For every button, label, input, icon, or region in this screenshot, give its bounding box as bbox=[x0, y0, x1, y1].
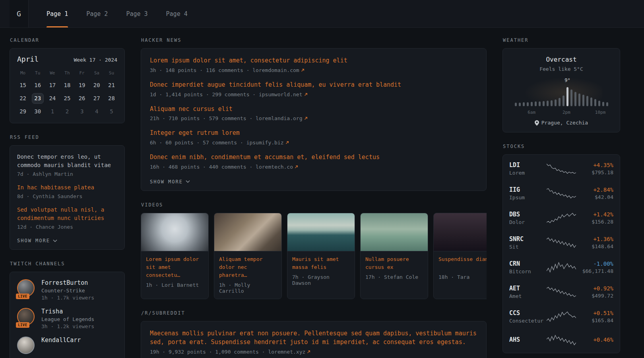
hn-item-link[interactable]: Donec enim nibh, condimentum et accumsan… bbox=[150, 153, 477, 162]
stock-change: +1.42% bbox=[576, 211, 613, 218]
external-link-icon[interactable] bbox=[285, 141, 289, 144]
calendar-week-year: Week 17 · 2024 bbox=[74, 57, 117, 63]
stock-row[interactable]: SNRC Sit +1.36% $148.64 bbox=[509, 230, 613, 255]
calendar-dow: Sa bbox=[89, 68, 104, 78]
stock-change: +0.51% bbox=[576, 310, 613, 316]
video-meta: 7h · Grayson Dawson bbox=[292, 274, 350, 286]
external-link-icon[interactable] bbox=[304, 117, 308, 120]
rss-item-link[interactable]: Sed volutpat nulla nisl, a condimentum n… bbox=[17, 206, 117, 222]
hn-item-link[interactable]: Integer eget rutrum lorem bbox=[150, 129, 477, 138]
video-title-link[interactable]: Suspendisse diam bbox=[438, 255, 487, 271]
stock-name: Amet bbox=[509, 293, 547, 299]
stock-sparkline bbox=[547, 311, 576, 323]
stock-price: $42.04 bbox=[576, 194, 613, 200]
calendar-day: 27 bbox=[89, 93, 104, 104]
twitch-widget: TWITCH CHANNELS LIVE ForrestBurton Count… bbox=[10, 261, 125, 358]
calendar-day: 20 bbox=[89, 80, 104, 91]
hn-item-link[interactable]: Lorem ipsum dolor sit amet, consectetur … bbox=[150, 56, 477, 65]
stock-row[interactable]: AHS +0.46% bbox=[509, 329, 613, 351]
hn-show-more-button[interactable]: SHOW MORE bbox=[150, 179, 190, 185]
hackernews-widget-title: HACKER NEWS bbox=[141, 37, 487, 43]
rss-show-more-button[interactable]: SHOW MORE bbox=[17, 238, 57, 243]
stock-id: CRN Bitcorn bbox=[509, 260, 547, 274]
video-card[interactable]: Nullam posuere cursus ex 17h · Stefan Co… bbox=[360, 213, 428, 299]
live-badge: LIVE bbox=[16, 322, 29, 328]
tab-page-4[interactable]: Page 4 bbox=[157, 0, 197, 27]
stock-values: +2.84% $42.04 bbox=[576, 187, 613, 200]
external-link-icon[interactable] bbox=[301, 68, 305, 72]
hn-item-link[interactable]: Aliquam nec cursus elit bbox=[150, 105, 477, 114]
twitch-card: LIVE ForrestBurton Counter-Strike 1h · 1… bbox=[10, 272, 125, 358]
stock-row[interactable]: IIG Ipsum +2.84% $42.04 bbox=[509, 181, 613, 206]
twitch-channel-row[interactable]: KendallCarr bbox=[17, 337, 117, 355]
stock-sparkline bbox=[547, 334, 576, 346]
video-thumbnail[interactable] bbox=[434, 213, 487, 251]
calendar-day-next-month: 1 bbox=[45, 106, 60, 117]
video-card[interactable]: Suspendisse diam 18h · Tara bbox=[433, 213, 487, 299]
external-link-icon[interactable] bbox=[307, 350, 310, 354]
location-pin-icon bbox=[535, 120, 539, 126]
calendar-day: 24 bbox=[45, 93, 60, 104]
weather-location-label: Prague, Czechia bbox=[541, 120, 588, 126]
stock-sparkline bbox=[547, 237, 576, 249]
stock-values: +0.46% bbox=[576, 337, 613, 344]
hn-item-link[interactable]: Donec imperdiet augue tincidunt felis al… bbox=[150, 81, 477, 90]
twitch-channel-name[interactable]: KendallCarr bbox=[41, 337, 81, 344]
dashboard-content: CALENDAR April Week 17 · 2024 Mo Tu We T… bbox=[0, 28, 644, 358]
twitch-avatar-wrap bbox=[17, 337, 35, 355]
rss-item: Donec tempor eros leo, ut commodo mauris… bbox=[17, 153, 117, 177]
subreddit-post-link[interactable]: Maecenas mollis pulvinar erat non posuer… bbox=[150, 329, 477, 347]
calendar-grid: Mo Tu We Th Fr Sa Su 15 16 17 18 19 20 2… bbox=[16, 68, 119, 117]
twitch-channel-meta: 1h · 1.7k viewers bbox=[41, 295, 94, 301]
video-title-link[interactable]: Mauris sit amet massa felis bbox=[292, 255, 350, 271]
right-column: WEATHER Overcast Feels like 5°C 9° 6am 2… bbox=[502, 33, 620, 358]
stock-row[interactable]: LDI Lorem +4.35% $795.18 bbox=[509, 156, 613, 181]
tab-page-3[interactable]: Page 3 bbox=[117, 0, 157, 27]
stock-change: +0.46% bbox=[576, 337, 613, 343]
stock-name: Ipsum bbox=[509, 195, 547, 200]
tab-page-2[interactable]: Page 2 bbox=[77, 0, 117, 27]
stock-row[interactable]: AET Amet +0.92% $499.72 bbox=[509, 280, 613, 304]
calendar-day: 22 bbox=[16, 93, 30, 104]
twitch-channel-row[interactable]: LIVE ForrestBurton Counter-Strike 1h · 1… bbox=[17, 279, 117, 301]
video-meta: 17h · Stefan Cole bbox=[365, 274, 423, 280]
stock-row[interactable]: CRN Bitcorn -1.00% $66,171.48 bbox=[509, 255, 613, 280]
video-title-link[interactable]: Lorem ipsum dolor sit amet consectetu… bbox=[146, 255, 204, 279]
tab-page-1[interactable]: Page 1 bbox=[37, 0, 77, 27]
stock-price: $499.72 bbox=[576, 293, 613, 299]
chevron-down-icon bbox=[53, 239, 57, 242]
video-thumbnail[interactable] bbox=[361, 213, 428, 251]
app-logo[interactable]: G bbox=[10, 0, 29, 27]
rss-widget: RSS FEED Donec tempor eros leo, ut commo… bbox=[10, 134, 125, 250]
weather-time-label: 10pm bbox=[595, 110, 606, 115]
video-thumbnail[interactable] bbox=[287, 213, 355, 251]
stock-name: Dolor bbox=[509, 219, 547, 225]
stock-row[interactable]: CCS Consectetur +0.51% $165.84 bbox=[509, 304, 613, 329]
subreddit-post-meta: 19h · 9,932 points · 1,090 comments · lo… bbox=[150, 349, 477, 355]
twitch-widget-title: TWITCH CHANNELS bbox=[10, 261, 125, 267]
rss-item-meta: 12d · Chance Jones bbox=[17, 224, 117, 230]
weather-widget: WEATHER Overcast Feels like 5°C 9° 6am 2… bbox=[502, 37, 620, 132]
video-card[interactable]: Aliquam tempor dolor nec pharetra… 1h · … bbox=[214, 213, 282, 299]
twitch-channel-name[interactable]: Trisha bbox=[41, 308, 94, 315]
video-title-link[interactable]: Aliquam tempor dolor nec pharetra… bbox=[219, 255, 277, 279]
video-title-link[interactable]: Nullam posuere cursus ex bbox=[365, 255, 423, 271]
rss-item-link[interactable]: In hac habitasse platea bbox=[17, 183, 117, 192]
stock-row[interactable]: DBS Dolor +1.42% $156.28 bbox=[509, 206, 613, 230]
external-link-icon[interactable] bbox=[295, 165, 298, 169]
stock-id: SNRC Sit bbox=[509, 235, 547, 250]
video-thumbnail[interactable] bbox=[214, 213, 281, 251]
external-link-icon[interactable] bbox=[304, 93, 308, 96]
video-card[interactable]: Mauris sit amet massa felis 7h · Grayson… bbox=[287, 213, 355, 299]
twitch-channel-name[interactable]: ForrestBurton bbox=[41, 279, 94, 286]
hn-item-meta: 6h · 60 points · 57 comments · ipsumify.… bbox=[150, 140, 477, 146]
twitch-avatar-wrap: LIVE bbox=[17, 308, 35, 326]
calendar-day: 26 bbox=[75, 93, 89, 104]
calendar-day: 16 bbox=[30, 80, 45, 91]
twitch-channel-game: League of Legends bbox=[41, 316, 94, 322]
rss-item-link[interactable]: Donec tempor eros leo, ut commodo mauris… bbox=[17, 153, 117, 169]
video-card[interactable]: Lorem ipsum dolor sit amet consectetu… 1… bbox=[141, 213, 209, 299]
twitch-channel-info: ForrestBurton Counter-Strike 1h · 1.7k v… bbox=[41, 279, 94, 301]
video-thumbnail[interactable] bbox=[141, 213, 208, 251]
twitch-channel-row[interactable]: LIVE Trisha League of Legends 3h · 1.2k … bbox=[17, 308, 117, 329]
